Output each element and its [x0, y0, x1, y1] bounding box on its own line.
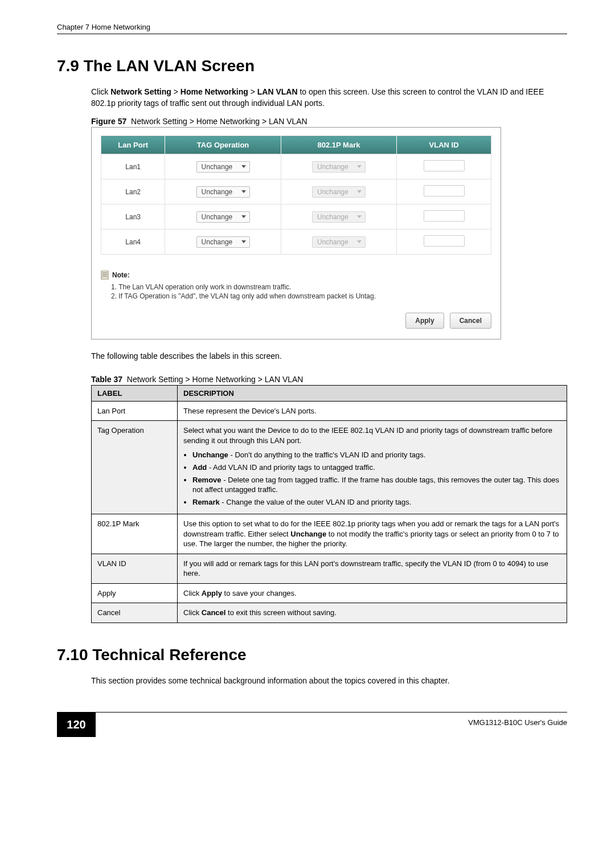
table-row: Lan3 Unchange Unchange — [101, 204, 491, 230]
table-row: Lan Port These represent the Device's LA… — [92, 401, 567, 421]
tag-operation-select[interactable]: Unchange — [196, 236, 250, 248]
desc-cell: Select what you want the Device to do to… — [178, 421, 567, 514]
op-unchange-text: - Don't do anything to the traffic's VLA… — [228, 451, 426, 459]
op-add-text: - Add VLAN ID and priority tags to untag… — [207, 463, 375, 472]
note-block: Note: 1. The Lan VLAN operation only wor… — [101, 271, 491, 300]
page-footer: 120 VMG1312-B10C User's Guide — [57, 712, 567, 737]
tag-operation-select[interactable]: Unchange — [196, 161, 250, 173]
list-item: Remark - Change the value of the outer V… — [192, 497, 561, 507]
tag-operation-select[interactable]: Unchange — [196, 186, 250, 198]
lan-port-cell: Lan3 — [101, 204, 165, 230]
list-item: Unchange - Don't do anything to the traf… — [192, 450, 561, 460]
chevron-down-icon — [241, 240, 246, 243]
path-home-networking: Home Networking — [181, 87, 248, 96]
select-value: Unchange — [317, 163, 348, 171]
lan-port-cell: Lan4 — [101, 230, 165, 255]
desc-cell: These represent the Device's LAN ports. — [178, 401, 567, 421]
label-cell: Lan Port — [92, 401, 178, 421]
intro-pre: Click — [91, 87, 110, 96]
vlan-id-input[interactable] — [424, 210, 465, 222]
chevron-down-icon — [357, 240, 362, 243]
sep: > — [171, 87, 181, 96]
tag-operation-options: Unchange - Don't do anything to the traf… — [192, 450, 561, 507]
desc-cell: Use this option to set what to do for th… — [178, 514, 567, 554]
table-label: Table 37 — [91, 375, 122, 384]
cancel-post: to exit this screen without saving. — [225, 608, 336, 617]
guide-title: VMG1312-B10C User's Guide — [96, 713, 567, 727]
cancel-pre: Click — [183, 608, 202, 617]
label-cell: Cancel — [92, 603, 178, 623]
list-item: Remove - Delete one tag from tagged traf… — [192, 475, 561, 495]
table-row: Lan4 Unchange Unchange — [101, 230, 491, 255]
select-value: Unchange — [202, 213, 233, 221]
apply-button[interactable]: Apply — [405, 313, 444, 329]
table-text: Network Setting > Home Networking > LAN … — [127, 375, 304, 384]
desc-cell: If you will add or remark tags for this … — [178, 554, 567, 583]
section-7-9-intro: Click Network Setting > Home Networking … — [91, 87, 567, 109]
path-lan-vlan: LAN VLAN — [257, 87, 298, 96]
desc-cell: Click Apply to save your changes. — [178, 583, 567, 603]
select-value: Unchange — [202, 238, 233, 246]
table-row: Lan1 Unchange Unchange — [101, 154, 491, 179]
lan-port-cell: Lan2 — [101, 179, 165, 204]
apply-pre: Click — [183, 589, 202, 597]
tag-operation-select[interactable]: Unchange — [196, 211, 250, 223]
table-37-caption: Table 37 Network Setting > Home Networki… — [91, 375, 567, 384]
chevron-down-icon — [357, 165, 362, 168]
mark-bold: Unchange — [290, 530, 326, 538]
section-7-10-body: This section provides some technical bac… — [91, 675, 567, 687]
header-description: DESCRIPTION — [178, 385, 567, 401]
col-lan-port: Lan Port — [101, 136, 165, 154]
section-7-9-heading: 7.9 The LAN VLAN Screen — [57, 57, 567, 75]
8021p-mark-select: Unchange — [312, 211, 366, 223]
chevron-down-icon — [357, 215, 362, 218]
note-label: Note: — [112, 271, 130, 279]
op-remark-text: - Change the value of the outer VLAN ID … — [220, 498, 412, 506]
op-unchange: Unchange — [192, 451, 228, 459]
apply-post: to save your changes. — [222, 589, 297, 597]
col-8021p-mark: 802.1P Mark — [281, 136, 396, 154]
running-header: Chapter 7 Home Networking — [57, 23, 567, 31]
svg-rect-0 — [101, 271, 108, 280]
vlan-id-input[interactable] — [424, 160, 465, 171]
tag-op-intro: Select what you want the Device to do to… — [183, 426, 552, 445]
cancel-button[interactable]: Cancel — [450, 313, 491, 329]
label-cell: Tag Operation — [92, 421, 178, 514]
table-row: Tag Operation Select what you want the D… — [92, 421, 567, 514]
header-rule — [57, 34, 567, 34]
table-row: VLAN ID If you will add or remark tags f… — [92, 554, 567, 583]
op-add: Add — [192, 463, 207, 472]
op-remark: Remark — [192, 498, 220, 506]
figure-text: Network Setting > Home Networking > LAN … — [131, 117, 307, 126]
table-row: Cancel Click Cancel to exit this screen … — [92, 603, 567, 623]
select-value: Unchange — [317, 238, 348, 246]
select-value: Unchange — [317, 188, 348, 196]
col-tag-operation: TAG Operation — [165, 136, 281, 154]
vlan-id-input[interactable] — [424, 235, 465, 247]
apply-bold: Apply — [202, 589, 222, 597]
chevron-down-icon — [241, 215, 246, 218]
note-icon — [101, 271, 109, 280]
sep: > — [248, 87, 257, 96]
table-row: Apply Click Apply to save your changes. — [92, 583, 567, 603]
between-text: The following table describes the labels… — [91, 351, 567, 362]
chevron-down-icon — [241, 165, 246, 168]
note-line: 2. If TAG Operation is "Add", the VLAN t… — [111, 292, 491, 300]
label-description-table: LABEL DESCRIPTION Lan Port These represe… — [91, 385, 567, 623]
lan-vlan-screenshot: Lan Port TAG Operation 802.1P Mark VLAN … — [91, 127, 501, 339]
note-line: 1. The Lan VLAN operation only work in d… — [111, 283, 491, 291]
figure-label: Figure 57 — [91, 117, 126, 126]
8021p-mark-select: Unchange — [312, 186, 366, 198]
figure-57-caption: Figure 57 Network Setting > Home Network… — [91, 117, 567, 126]
label-cell: Apply — [92, 583, 178, 603]
table-row: 802.1P Mark Use this option to set what … — [92, 514, 567, 554]
section-7-10-heading: 7.10 Technical Reference — [57, 646, 567, 664]
cancel-bold: Cancel — [202, 608, 226, 617]
vlan-id-input[interactable] — [424, 185, 465, 196]
header-label: LABEL — [92, 385, 178, 401]
table-row: Lan2 Unchange Unchange — [101, 179, 491, 204]
8021p-mark-select: Unchange — [312, 161, 366, 173]
8021p-mark-select: Unchange — [312, 236, 366, 248]
select-value: Unchange — [202, 188, 233, 196]
desc-cell: Click Cancel to exit this screen without… — [178, 603, 567, 623]
